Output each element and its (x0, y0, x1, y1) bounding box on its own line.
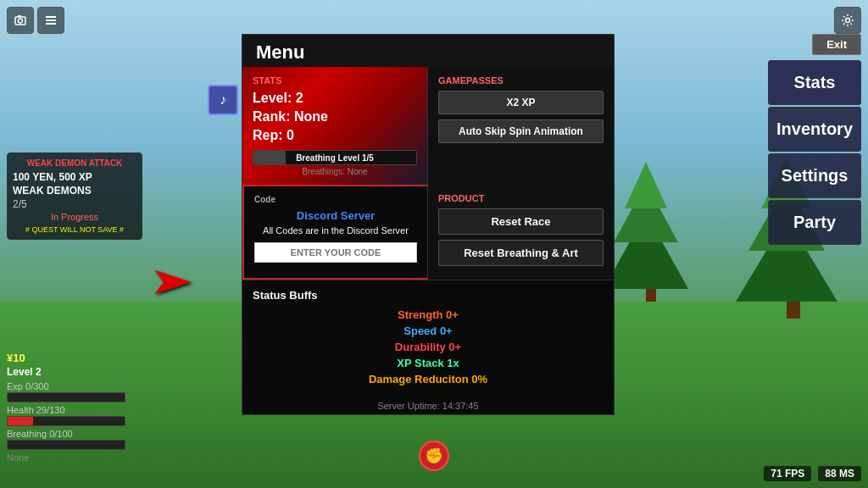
stats-section-label: Stats (253, 75, 417, 86)
svg-point-1 (19, 19, 23, 23)
code-section: Code Discord Server All Codes are in the… (242, 185, 428, 280)
code-input[interactable] (254, 242, 417, 263)
health-fill (8, 417, 33, 425)
breathing-bar-text: Breathing Level 1/5 (253, 151, 416, 164)
none-label: None (7, 452, 138, 463)
svg-point-6 (846, 19, 850, 23)
nav-inventory-button[interactable]: Inventory (768, 107, 861, 152)
nav-settings-button[interactable]: Settings (768, 153, 861, 198)
menu-panel: Menu Stats Level: 2 Rank: None Rep: 0 Br… (242, 34, 615, 415)
buff-xp: XP Stack 1x (253, 357, 604, 369)
breathing-label: Breathing 0/100 (7, 429, 138, 439)
exp-label: Exp 0/300 (7, 381, 138, 391)
quest-status: In Progress (13, 212, 136, 222)
stats-section: Stats Level: 2 Rank: None Rep: 0 Breathi… (242, 67, 428, 185)
right-sidebar: Exit Stats Inventory Settings Party (768, 34, 861, 245)
svg-rect-3 (46, 16, 56, 18)
gamepasses-label: Gamepasses (438, 75, 604, 86)
performance-stats: 71 FPS 88 MS (764, 466, 861, 481)
svg-rect-4 (46, 19, 56, 21)
quest-count: 2/5 (13, 198, 136, 210)
exit-button[interactable]: Exit (812, 34, 861, 55)
buff-speed: Speed 0+ (253, 324, 604, 337)
top-left-icons (7, 7, 64, 34)
buff-damage: Damage Reduciton 0% (253, 373, 604, 385)
svg-rect-5 (46, 23, 56, 25)
exp-bar-container: Exp 0/300 (7, 381, 138, 402)
breathing-bar-container: Breathing 0/100 (7, 429, 138, 450)
ms-display: 88 MS (818, 466, 861, 481)
health-label: Health 29/130 (7, 405, 138, 415)
quest-reward: 100 YEN, 500 XP (13, 171, 136, 183)
stats-rep: Rep: 0 (253, 128, 417, 143)
menu-title: Menu (242, 35, 614, 67)
fps-display: 71 FPS (764, 466, 811, 481)
discord-link[interactable]: Discord Server (254, 209, 417, 222)
health-bar-container: Health 29/130 (7, 405, 138, 426)
nav-party-button[interactable]: Party (768, 200, 861, 245)
buff-durability: Durability 0+ (253, 341, 604, 353)
buff-strength: Strength 0+ (253, 308, 604, 321)
server-uptime: Server Uptime: 14:37:45 (242, 397, 614, 414)
tree-decoration (787, 293, 800, 319)
screenshot-icon[interactable] (7, 7, 34, 34)
fist-icon: ✊ (419, 441, 449, 471)
exp-bar (7, 392, 125, 402)
breathing-bar-bg: Breathing Level 1/5 (253, 150, 417, 165)
red-arrow: ➤ (148, 263, 194, 301)
quest-panel: WEAK DEMON ATTACK 100 YEN, 500 XP WEAK D… (7, 152, 142, 240)
level-display: Level 2 (7, 366, 138, 378)
tree-decoration-2 (646, 280, 656, 302)
breathing-type: Breathings: None (253, 167, 417, 176)
stats-level: Level: 2 (253, 91, 417, 106)
menu-icon[interactable] (37, 7, 64, 34)
reset-race-button[interactable]: Reset Race (438, 208, 604, 235)
fist-container: ✊ (419, 441, 449, 471)
nav-stats-button[interactable]: Stats (768, 60, 861, 105)
stats-rank: Rank: None (253, 109, 417, 125)
breathing-bar-section: Breathing Level 1/5 Breathings: None (253, 150, 417, 176)
music-icon: ♪ (220, 92, 226, 108)
menu-body: Stats Level: 2 Rank: None Rep: 0 Breathi… (242, 67, 614, 414)
buffs-title: Status Buffs (253, 289, 604, 302)
product-section: Product Reset Race Reset Breathing & Art (428, 185, 614, 280)
gamepasses-section: Gamepasses X2 XP Auto Skip Spin Animatio… (428, 67, 614, 185)
quest-warning: # QUEST WILL NOT SAVE # (13, 225, 136, 234)
product-label: Product (438, 193, 604, 203)
auto-skip-button[interactable]: Auto Skip Spin Animation (438, 119, 604, 143)
yen-display: ¥10 (7, 352, 138, 364)
code-label: Code (254, 195, 417, 204)
discord-sub: All Codes are in the Discord Server (254, 225, 417, 236)
reset-breathing-button[interactable]: Reset Breathing & Art (438, 240, 604, 266)
player-stats-panel: ¥10 Level 2 Exp 0/300 Health 29/130 Brea… (7, 352, 138, 463)
x2xp-button[interactable]: X2 XP (438, 91, 604, 114)
health-bar (7, 416, 125, 426)
quest-title: WEAK DEMON ATTACK (13, 158, 136, 168)
breathing-bar (7, 440, 125, 450)
buffs-section: Status Buffs Strength 0+ Speed 0+ Durabi… (242, 280, 614, 397)
settings-icon[interactable] (834, 7, 861, 34)
music-button[interactable]: ♪ (208, 85, 238, 115)
quest-enemy: WEAK DEMONS (13, 185, 136, 197)
svg-rect-2 (18, 15, 21, 17)
